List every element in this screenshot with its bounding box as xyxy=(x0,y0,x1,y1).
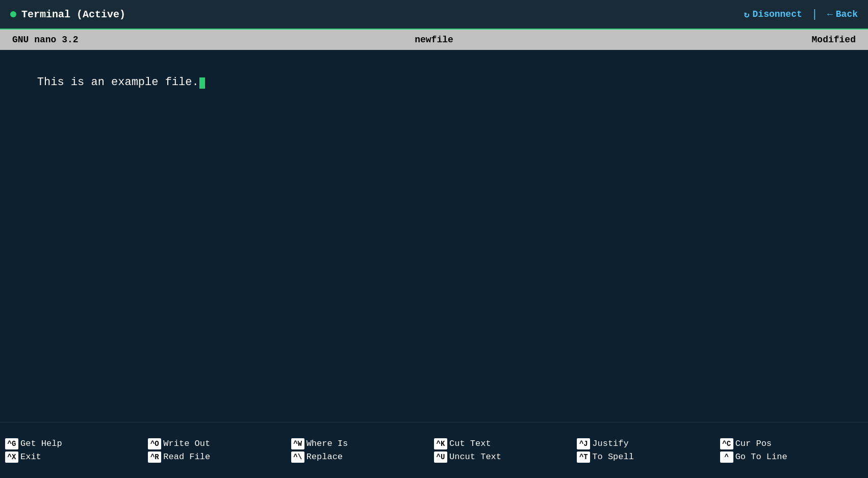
shortcut-label-3-1: Uncut Text xyxy=(449,452,501,462)
shortcut-label-3-0: Cut Text xyxy=(449,439,491,448)
shortcut-item-1-0: ^OWrite Out xyxy=(148,438,291,449)
shortcut-label-2-1: Replace xyxy=(307,452,343,462)
shortcut-key-3-0[interactable]: ^K xyxy=(434,438,447,449)
shortcut-group-5: ^CCur Pos^Go To Line xyxy=(720,438,863,463)
shortcut-key-5-1[interactable]: ^ xyxy=(720,452,733,463)
top-bar: Terminal (Active) ↻ Disonnect | ← Back xyxy=(0,0,868,30)
shortcut-item-5-1: ^Go To Line xyxy=(720,452,863,463)
shortcut-label-4-0: Justify xyxy=(592,439,628,448)
shortcut-item-4-0: ^JJustify xyxy=(577,438,720,449)
cursor xyxy=(199,77,205,89)
shortcut-group-4: ^JJustify^TTo Spell xyxy=(577,438,720,463)
shortcut-item-0-1: ^XExit xyxy=(5,452,148,463)
shortcut-item-3-1: ^UUncut Text xyxy=(434,452,577,463)
shortcuts-bar: ^GGet Help^XExit^OWrite Out^RRead File^W… xyxy=(0,422,868,478)
shortcut-key-1-0[interactable]: ^O xyxy=(148,438,161,449)
shortcut-key-2-1[interactable]: ^\ xyxy=(291,452,304,463)
top-bar-right: ↻ Disonnect | ← Back xyxy=(744,8,858,21)
shortcut-key-4-1[interactable]: ^T xyxy=(577,452,590,463)
shortcut-item-2-0: ^WWhere Is xyxy=(291,438,434,449)
shortcut-group-0: ^GGet Help^XExit xyxy=(5,438,148,463)
editor-content: This is an example file. xyxy=(10,57,858,108)
refresh-icon: ↻ xyxy=(744,9,750,20)
editor-area[interactable]: This is an example file. xyxy=(0,50,868,422)
editor-text: This is an example file. xyxy=(37,76,199,89)
shortcut-item-3-0: ^KCut Text xyxy=(434,438,577,449)
shortcut-item-1-1: ^RRead File xyxy=(148,452,291,463)
shortcut-key-3-1[interactable]: ^U xyxy=(434,452,447,463)
shortcut-label-5-0: Cur Pos xyxy=(735,439,772,448)
shortcut-item-5-0: ^CCur Pos xyxy=(720,438,863,449)
disconnect-button[interactable]: ↻ Disonnect xyxy=(744,9,802,20)
nano-modified: Modified xyxy=(575,35,856,45)
shortcut-label-2-0: Where Is xyxy=(307,439,348,448)
nano-version: GNU nano 3.2 xyxy=(12,35,293,45)
shortcut-item-4-1: ^TTo Spell xyxy=(577,452,720,463)
shortcut-label-5-1: Go To Line xyxy=(735,452,787,462)
top-bar-left: Terminal (Active) xyxy=(10,9,125,20)
shortcut-key-2-0[interactable]: ^W xyxy=(291,438,304,449)
shortcut-item-2-1: ^\Replace xyxy=(291,452,434,463)
shortcut-label-0-0: Get Help xyxy=(20,439,62,448)
terminal-title: Terminal (Active) xyxy=(21,9,125,20)
shortcut-group-1: ^OWrite Out^RRead File xyxy=(148,438,291,463)
disconnect-label: Disonnect xyxy=(753,9,802,19)
shortcut-label-4-1: To Spell xyxy=(592,452,634,462)
back-button[interactable]: ← Back xyxy=(827,9,858,19)
shortcut-key-0-1[interactable]: ^X xyxy=(5,452,18,463)
active-indicator xyxy=(10,11,16,17)
back-arrow-icon: ← xyxy=(827,9,833,19)
shortcut-key-1-1[interactable]: ^R xyxy=(148,452,161,463)
nano-header: GNU nano 3.2 newfile Modified xyxy=(0,30,868,50)
nano-filename: newfile xyxy=(293,35,574,45)
back-label: Back xyxy=(836,9,858,19)
shortcut-key-5-0[interactable]: ^C xyxy=(720,438,733,449)
shortcut-label-1-1: Read File xyxy=(163,452,210,462)
shortcut-item-0-0: ^GGet Help xyxy=(5,438,148,449)
shortcut-key-4-0[interactable]: ^J xyxy=(577,438,590,449)
shortcut-group-2: ^WWhere Is^\Replace xyxy=(291,438,434,463)
shortcut-label-1-0: Write Out xyxy=(163,439,210,448)
shortcut-key-0-0[interactable]: ^G xyxy=(5,438,18,449)
shortcut-label-0-1: Exit xyxy=(20,452,41,462)
separator: | xyxy=(811,8,818,21)
shortcut-group-3: ^KCut Text^UUncut Text xyxy=(434,438,577,463)
